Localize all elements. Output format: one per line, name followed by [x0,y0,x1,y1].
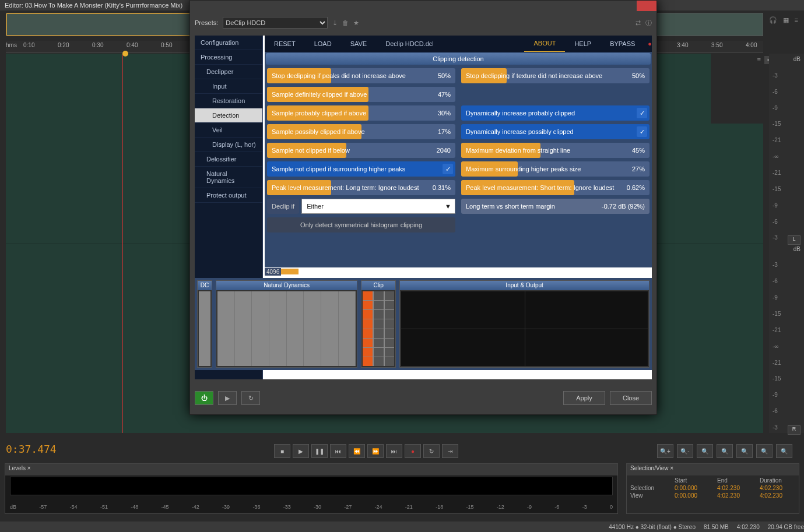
transport-controls: ■ ▶ ❚❚ ⏮ ⏪ ⏩ ⏭ ● ↻ ⇥ [274,444,458,458]
tree-natural-dynamics[interactable]: Natural Dynamics [195,167,262,188]
levels-scale: dB -57-54 -51-48 -45-42 -39-36 -33-30 -2… [10,504,613,511]
declip-if-select[interactable]: Either [301,199,455,214]
panel-title: Clipping detection [266,53,651,65]
preset-row: Presets: DeClip HDCD ⤓ 🗑 ★ ⇄ ⓘ [195,16,652,30]
playhead-marker[interactable] [122,51,128,57]
selview-tab[interactable]: Selection/View × [627,464,799,475]
amplitude-scale: dB -3 -6 -9 -15 -21 -∞ -21 -15 -9 -6 -3 … [769,54,804,433]
buffer-indicator: 4096 [265,266,299,277]
channel-l-button[interactable]: L [788,235,801,245]
reset-button[interactable]: RESET [265,36,305,52]
tree-veil[interactable]: Veil [195,123,262,138]
toggle-dyn-probably[interactable]: Dynamically increase probably clipped✓ [461,105,649,121]
symmetrical-button[interactable]: Only detect symmetrical histogram clippi… [267,217,455,232]
skip-back-button[interactable]: ⏮ [330,444,346,458]
levels-panel: Levels × dB -57-54 -51-48 -45-42 -39-36 … [5,463,618,514]
close-button[interactable]: Close [610,391,652,405]
slider-max-deviation[interactable]: Maximum deviation from straight line45% [461,143,649,158]
window-close-button[interactable] [637,1,656,11]
zoom-in-v-icon[interactable]: 🔍 [736,444,753,458]
levels-tab[interactable]: Levels × [5,464,617,475]
zoom-controls: 🔍+ 🔍- 🔍 🔍 🔍 🔍 🔍 [657,444,792,458]
slider-definitely-clipped[interactable]: Sample definitely clipped if above47% [267,87,455,102]
play-button[interactable]: ▶ [293,444,309,458]
slider-max-surrounding[interactable]: Maximum surrounding higher peaks size27% [461,161,649,177]
tree-processing[interactable]: Processing [195,50,262,65]
plugin-inner: Configuration Processing Declipper Input… [195,36,652,379]
toggle-not-clipped-surrounding[interactable]: Sample not clipped if surrounding higher… [267,161,455,177]
tree-delossifier[interactable]: Delossifier [195,152,262,167]
load-button[interactable]: LOAD [305,36,341,52]
zoom-out-icon[interactable]: 🔍- [677,444,693,458]
favorite-icon[interactable]: ★ [353,19,359,27]
side-panel: × ≡ [711,54,775,124]
menu-icon[interactable]: ≡ [795,16,798,24]
preset-select[interactable]: DeClip HDCD [223,17,328,29]
tree-protect-output[interactable]: Protect output [195,188,262,203]
tree-input[interactable]: Input [195,79,262,94]
tree-display[interactable]: Display (L, hor) [195,138,262,152]
editor-title: Editor: 03.How To Make A Monster (Kitty'… [5,2,182,9]
dc-meter: DC [197,280,212,368]
slider-stop-peaks[interactable]: Stop declipping if peaks did not increas… [267,68,455,83]
list-icon[interactable]: ≡ [757,56,761,63]
tree-configuration[interactable]: Configuration [195,36,262,50]
plugin-header: RESET LOAD SAVE Declip HDCD.dcl ABOUT HE… [265,36,652,52]
about-button[interactable]: ABOUT [524,35,565,52]
effect-dialog: Presets: DeClip HDCD ⤓ 🗑 ★ ⇄ ⓘ Configura… [189,0,657,415]
zoom-in-icon[interactable]: 🔍+ [657,444,673,458]
sidechain-icon[interactable]: ⇄ [636,19,641,27]
natural-dynamics-meter: Natural Dynamics [216,280,357,368]
playhead[interactable] [122,54,123,433]
grid-icon[interactable]: ▦ [783,16,789,24]
zoom-out-v-icon[interactable]: 🔍 [756,444,773,458]
toggle-dyn-possibly[interactable]: Dynamically increase possibly clipped✓ [461,124,649,139]
delete-preset-icon[interactable]: 🗑 [342,19,349,26]
loop-button[interactable]: ↻ [423,444,440,458]
save-preset-icon[interactable]: ⤓ [332,19,338,27]
zoom-reset-icon[interactable]: 🔍 [776,444,792,458]
headphones-icon[interactable]: 🎧 [769,16,777,24]
preview-play-button[interactable]: ▶ [218,391,237,405]
selview-table: StartEndDuration Selection0:00.0004:02.2… [627,477,799,499]
overview-icons: 🎧 ▦ ≡ [769,16,798,24]
power-button[interactable]: ⏻ [195,391,213,405]
zoom-sel-icon[interactable]: 🔍 [717,444,733,458]
bypass-button[interactable]: BYPASS [601,36,644,52]
apply-button[interactable]: Apply [563,391,605,405]
slider-probably-clipped[interactable]: Sample probably clipped if above30% [267,105,455,121]
presets-label: Presets: [195,19,218,26]
rewind-button[interactable]: ⏪ [349,444,365,458]
file-label: Declip HDCD.dcl [376,36,443,52]
tree-declipper[interactable]: Declipper [195,65,262,79]
declip-if-label: Declip if [267,199,299,214]
status-bar: 44100 Hz ● 32-bit (float) ● Stereo 81.50… [0,522,804,532]
slider-possibly-clipped[interactable]: Sample possibly clipped if above17% [267,124,455,139]
channel-r-button[interactable]: R [788,425,801,435]
timecode-display[interactable]: 0:37.474 [6,443,57,455]
record-button[interactable]: ● [405,444,421,458]
meter-row: DC Natural Dynamics Clip Input & Output [195,278,652,370]
stop-button[interactable]: ■ [274,444,290,458]
skip-selection-button[interactable]: ⇥ [442,444,458,458]
slider-peak-short[interactable]: Peak level measurement: Short term: Igno… [461,180,649,195]
tree-detection[interactable]: Detection [195,108,262,123]
slider-stop-texture[interactable]: Stop declipping if texture did not incre… [461,68,649,83]
slider-lt-vs-st[interactable]: Long term vs short term margin-0.72 dB (… [461,199,649,214]
fastfwd-button[interactable]: ⏩ [367,444,384,458]
slider-not-clipped-below[interactable]: Sample not clipped if below2040 [267,143,455,158]
selection-view-panel: Selection/View × StartEndDuration Select… [626,463,799,514]
loop-preview-button[interactable]: ↻ [241,391,260,405]
info-icon[interactable]: ⓘ [645,19,652,27]
help-button[interactable]: HELP [565,36,601,52]
zoom-full-icon[interactable]: 🔍 [697,444,713,458]
bypass-indicator-icon: ● [648,40,652,47]
save-button[interactable]: SAVE [341,36,377,52]
declip-if-row: Declip if Either [267,199,455,214]
tree-restoration[interactable]: Restoration [195,94,262,108]
pause-button[interactable]: ❚❚ [311,444,328,458]
timeline-unit: hms [6,41,23,52]
detection-panel: Clipping detection Stop declipping if pe… [265,52,652,267]
slider-peak-long[interactable]: Peak level measurement: Long term: Ignor… [267,180,455,195]
skip-fwd-button[interactable]: ⏭ [386,444,402,458]
